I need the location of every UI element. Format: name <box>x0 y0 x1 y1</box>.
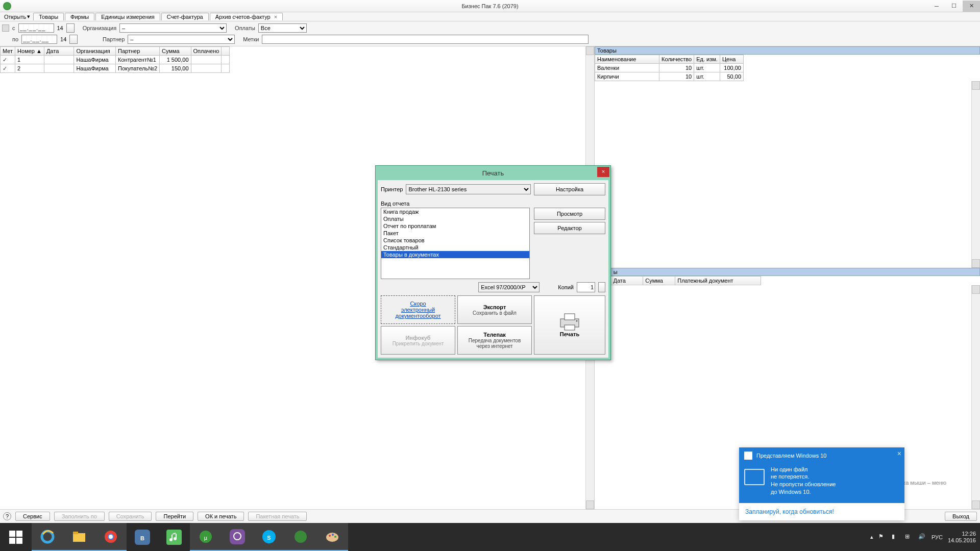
col-paid[interactable]: Оплачено <box>191 47 222 56</box>
list-item[interactable]: Стандартный <box>381 244 529 251</box>
taskbar-vk[interactable]: B <box>127 523 158 551</box>
row-check[interactable] <box>1 56 15 64</box>
tray-flag-icon[interactable]: ⚑ <box>878 533 887 541</box>
printer-settings-button[interactable]: Настройка <box>534 183 605 195</box>
col-sum[interactable]: Сумма <box>160 47 191 56</box>
service-button[interactable]: Сервис <box>15 512 50 521</box>
copies-spinner[interactable] <box>598 282 605 292</box>
list-item[interactable]: Отчет по проплатам <box>381 222 529 230</box>
date-from-spinner[interactable] <box>66 23 75 33</box>
export-format-select[interactable]: Excel 97/2000/XP <box>478 282 540 292</box>
dialog-close-button[interactable]: × <box>597 167 609 177</box>
col-qty[interactable]: Количество <box>659 55 694 64</box>
col-org[interactable]: Организация <box>74 47 116 56</box>
col-mark[interactable]: Мет <box>1 47 15 56</box>
help-icon[interactable]: ? <box>3 512 11 520</box>
taskbar-app[interactable] <box>285 523 316 551</box>
taskbar-viber[interactable] <box>222 523 253 551</box>
goods-grid[interactable]: Наименование Количество Ед. изм. Цена Ва… <box>595 55 744 81</box>
taskbar-paint[interactable] <box>316 523 348 551</box>
dialog-title-bar[interactable]: Печать × <box>376 166 610 180</box>
list-item-selected[interactable]: Товары в документах <box>381 251 529 258</box>
col-doc[interactable]: Платежный документ <box>675 276 761 285</box>
pay-select[interactable]: Все <box>258 23 307 33</box>
table-row[interactable]: 1 НашаФирма Контрагент№1 1 500,00 <box>1 56 230 64</box>
list-item[interactable]: Оплаты <box>381 215 529 222</box>
tray-chevron-up-icon[interactable]: ▴ <box>870 534 873 540</box>
date-to-spinner[interactable] <box>69 35 78 44</box>
taskbar-explorer[interactable] <box>63 523 95 551</box>
tab-goods[interactable]: Товары <box>33 13 64 20</box>
col-sum[interactable]: Сумма <box>643 276 675 285</box>
tray-network-icon[interactable]: ▮ <box>892 533 900 541</box>
scroll-down-icon[interactable] <box>972 259 980 268</box>
invoices-grid[interactable]: Мет Номер ▲ Дата Организация Партнер Сум… <box>0 46 230 73</box>
close-button[interactable]: ✕ <box>963 1 980 12</box>
telepak-button[interactable]: Телепак Передача документов через интерн… <box>457 326 532 355</box>
taskbar-music[interactable] <box>158 523 190 551</box>
preview-button[interactable]: Просмотр <box>534 208 605 220</box>
tray-windows-icon[interactable]: ⊞ <box>905 533 913 541</box>
print-button[interactable]: Печать <box>534 295 605 355</box>
scroll-up-icon[interactable] <box>972 81 980 90</box>
col-partner[interactable]: Партнер <box>116 47 160 56</box>
win10-notification[interactable]: Представляем Windows 10 × Ни один файл н… <box>739 447 904 520</box>
table-row[interactable]: Кирпичи 10 шт. 50,00 <box>595 72 744 81</box>
printer-select[interactable]: Brother HL-2130 series <box>406 184 531 194</box>
scroll-up-icon[interactable] <box>586 46 594 55</box>
editor-button[interactable]: Редактор <box>534 222 605 234</box>
col-name[interactable]: Наименование <box>595 55 659 64</box>
col-price[interactable]: Цена <box>720 55 743 64</box>
taskbar-ie[interactable] <box>32 523 63 551</box>
org-select[interactable]: – <box>119 23 227 33</box>
tab-invoice[interactable]: Счет-фактура <box>161 13 209 20</box>
skype-icon: S <box>261 529 277 544</box>
minimize-button[interactable]: ─ <box>928 1 945 12</box>
col-number[interactable]: Номер ▲ <box>15 47 44 56</box>
list-item[interactable]: Книга продаж <box>381 208 529 215</box>
tray-language[interactable]: РУС <box>932 534 943 540</box>
scroll-up-icon[interactable] <box>972 285 980 294</box>
taskbar-skype[interactable]: S <box>253 523 285 551</box>
payments-scrollbar[interactable] <box>971 285 980 509</box>
start-button[interactable] <box>0 523 32 551</box>
taskbar-utorrent[interactable]: µ <box>190 523 222 551</box>
tab-close-icon[interactable]: × <box>274 14 277 20</box>
open-menu[interactable]: Открыть ▾ <box>2 13 32 20</box>
scroll-down-icon[interactable] <box>972 500 980 509</box>
col-date[interactable]: Дата <box>611 276 643 285</box>
payments-grid[interactable]: ▲ Дата Сумма Платежный документ <box>595 276 761 285</box>
export-button[interactable]: Экспорт Сохранить в файл <box>457 295 532 324</box>
tab-archive-active[interactable]: Архив счетов-фактур × <box>210 13 283 20</box>
tray-time: 12:26 <box>948 531 976 537</box>
list-item[interactable]: Пакет <box>381 230 529 237</box>
year-suffix: 14 <box>60 36 66 42</box>
list-item[interactable]: Список товаров <box>381 237 529 244</box>
report-list[interactable]: Книга продаж Оплаты Отчет по проплатам П… <box>381 208 530 279</box>
marks-input[interactable] <box>262 35 589 44</box>
notif-close-icon[interactable]: × <box>897 449 901 458</box>
exit-button[interactable]: Выход <box>945 512 977 521</box>
row-check[interactable] <box>1 64 15 73</box>
date-to-input[interactable] <box>21 35 57 44</box>
date-from-input[interactable] <box>18 23 54 33</box>
notif-action[interactable]: Запланируй, когда обновиться! <box>739 503 904 520</box>
table-row[interactable]: Валенки 10 шт. 100,00 <box>595 64 744 72</box>
ok-print-button[interactable]: ОК и печать <box>198 512 244 521</box>
col-date[interactable]: Дата <box>44 47 74 56</box>
col-unit[interactable]: Ед. изм. <box>694 55 720 64</box>
taskbar-chrome[interactable] <box>95 523 127 551</box>
copies-input[interactable] <box>577 282 595 292</box>
goods-scrollbar[interactable] <box>971 81 980 268</box>
partner-select[interactable]: – <box>128 35 235 44</box>
soon-edoc-button[interactable]: Скоро электронный документооборот <box>381 295 455 324</box>
tray-volume-icon[interactable]: 🔊 <box>918 533 926 541</box>
tab-firms[interactable]: Фирмы <box>65 13 94 20</box>
tray-clock[interactable]: 12:26 14.05.2016 <box>948 531 976 543</box>
maximize-button[interactable]: ☐ <box>945 1 963 12</box>
cut-icon[interactable] <box>2 24 9 32</box>
table-row[interactable]: 2 НашаФирма Покупатель№2 150,00 <box>1 64 230 73</box>
scroll-down-icon[interactable] <box>586 500 594 509</box>
go-button[interactable]: Перейти <box>156 512 193 521</box>
tab-units[interactable]: Единицы измерения <box>95 13 160 20</box>
